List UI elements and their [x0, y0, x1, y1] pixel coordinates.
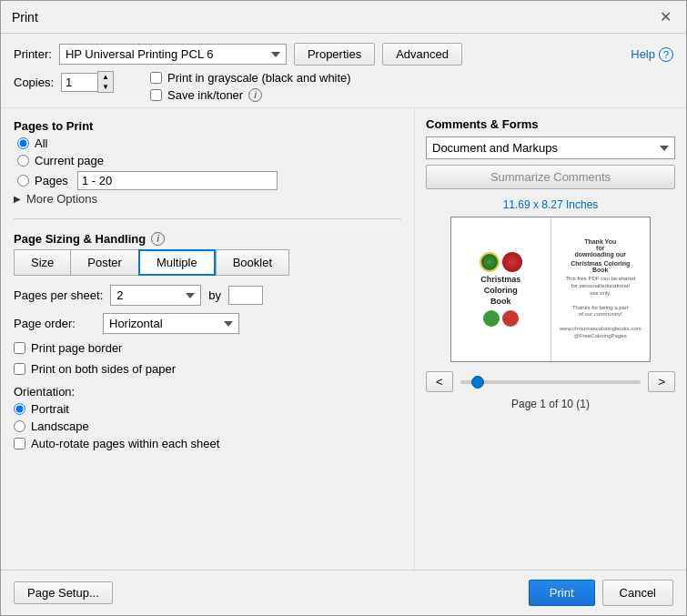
ink-checkbox[interactable]	[150, 89, 162, 101]
pages-to-print-section: Pages to Print All Current page Pages	[14, 119, 401, 206]
checkbox-group: Print in grayscale (black and white) Sav…	[150, 71, 351, 102]
printer-row: Printer: HP Universal Printing PCL 6 Pro…	[14, 43, 623, 66]
orientation-section: Orientation: Portrait Landscape	[14, 385, 401, 450]
cancel-button[interactable]: Cancel	[602, 580, 673, 606]
copies-input[interactable]: 1	[61, 73, 97, 92]
print-dialog: Print ✕ Printer: HP Universal Printing P…	[0, 0, 687, 616]
dialog-body: Printer: HP Universal Printing PCL 6 Pro…	[1, 34, 686, 615]
nav-slider[interactable]	[460, 375, 642, 389]
close-button[interactable]: ✕	[656, 8, 675, 25]
current-page-label: Current page	[35, 154, 104, 167]
multiple-options: Pages per sheet: 2 4 6 9 16 by	[14, 285, 401, 450]
pages-range-input[interactable]: 1 - 20	[77, 171, 278, 190]
page-setup-button[interactable]: Page Setup...	[14, 581, 113, 604]
help-icon: ?	[659, 47, 673, 62]
pages-per-sheet-select[interactable]: 2 4 6 9 16	[110, 285, 201, 306]
page-sizing-header: Page Sizing & Handling i	[14, 232, 401, 246]
print-page-border-label: Print page border	[31, 341, 122, 355]
landscape-radio[interactable]	[14, 420, 25, 432]
poster-tab[interactable]: Poster	[70, 249, 138, 276]
booklet-tab[interactable]: Booklet	[216, 249, 289, 276]
portrait-radio-row: Portrait	[14, 402, 401, 416]
print-both-sides-row: Print on both sides of paper	[14, 362, 401, 376]
spin-down-button[interactable]: ▼	[98, 82, 113, 92]
print-button[interactable]: Print	[529, 580, 595, 606]
page-sizing-section: Page Sizing & Handling i Size Poster Mul…	[14, 232, 401, 450]
page-order-row: Page order: Horizontal Horizontal Revers…	[14, 313, 401, 334]
print-both-sides-checkbox[interactable]	[14, 363, 25, 375]
page-order-label: Page order:	[14, 317, 96, 330]
ink-info-icon: i	[248, 88, 262, 102]
ink-row: Save ink/toner i	[150, 88, 351, 102]
nav-slider-thumb	[471, 376, 484, 389]
help-link[interactable]: Help ?	[631, 47, 673, 62]
nav-slider-track	[460, 380, 642, 384]
printer-label: Printer:	[14, 47, 52, 61]
page-label: Page 1 of 10 (1)	[511, 398, 590, 410]
help-label: Help	[631, 47, 655, 61]
print-page-border-checkbox[interactable]	[14, 342, 25, 354]
pages-per-sheet-row: Pages per sheet: 2 4 6 9 16 by	[14, 285, 401, 306]
main-content: Pages to Print All Current page Pages	[1, 108, 686, 570]
auto-rotate-row: Auto-rotate pages within each sheet	[14, 437, 401, 450]
spin-up-button[interactable]: ▲	[98, 72, 113, 82]
spin-buttons: ▲ ▼	[97, 71, 114, 93]
more-options-row[interactable]: ▶ More Options	[14, 192, 401, 206]
preview-left-page: ChristmasColoringBook	[451, 217, 551, 361]
summarize-comments-button[interactable]: Summarize Comments	[426, 165, 675, 189]
thank-you-title: Thank Youfordownloading our	[575, 238, 626, 258]
more-options-label: More Options	[26, 192, 97, 206]
pages-by-input[interactable]	[228, 286, 263, 305]
right-page-text: This free PDF can be sharedfor personal/…	[560, 276, 642, 339]
auto-rotate-label: Auto-rotate pages within each sheet	[31, 437, 219, 450]
grayscale-label: Print in grayscale (black and white)	[167, 71, 351, 85]
top-section: Printer: HP Universal Printing PCL 6 Pro…	[1, 34, 686, 108]
small-ornament-2	[502, 310, 519, 327]
print-both-sides-label: Print on both sides of paper	[31, 362, 176, 376]
preview-size-label: 11.69 x 8.27 Inches	[503, 198, 599, 211]
nav-section: < > Page 1 of 10 (1)	[426, 362, 675, 410]
portrait-radio[interactable]	[14, 403, 25, 415]
all-radio[interactable]	[17, 137, 29, 149]
divider	[14, 218, 401, 219]
size-tab[interactable]: Size	[14, 249, 70, 276]
comments-forms-section: Comments & Forms Document and Markups Do…	[426, 117, 675, 189]
nav-prev-button[interactable]: <	[426, 371, 453, 392]
ornament-icon	[502, 252, 522, 272]
page-order-select[interactable]: Horizontal Horizontal Reversed Vertical …	[103, 313, 239, 334]
landscape-label: Landscape	[31, 419, 89, 433]
preview-image: ChristmasColoringBook Thank Youfordownlo…	[450, 217, 651, 362]
advanced-button[interactable]: Advanced	[382, 43, 462, 66]
multiple-tab[interactable]: Multiple	[138, 249, 216, 276]
book-title: ChristmasColoringBook	[480, 275, 520, 307]
properties-button[interactable]: Properties	[294, 43, 375, 66]
bottom-right-buttons: Print Cancel	[529, 580, 673, 606]
pages-radio[interactable]	[17, 175, 29, 187]
page-sizing-title: Page Sizing & Handling	[14, 232, 146, 246]
current-page-radio[interactable]	[17, 155, 29, 167]
comments-forms-select[interactable]: Document and Markups Document Document a…	[426, 136, 675, 159]
current-page-radio-row: Current page	[17, 154, 401, 167]
pages-per-sheet-label: Pages per sheet:	[14, 288, 103, 302]
all-radio-row: All	[17, 136, 401, 150]
title-bar: Print ✕	[1, 1, 686, 34]
small-ornament-1	[483, 310, 500, 327]
ink-label: Save ink/toner	[167, 88, 243, 102]
landscape-radio-row: Landscape	[14, 419, 401, 433]
pages-radio-group: All Current page Pages 1 - 20	[14, 136, 401, 190]
left-panel: Pages to Print All Current page Pages	[1, 108, 415, 570]
comments-forms-title: Comments & Forms	[426, 117, 675, 131]
grayscale-row: Print in grayscale (black and white)	[150, 71, 351, 85]
printer-select[interactable]: HP Universal Printing PCL 6	[59, 44, 287, 65]
right-panel: Comments & Forms Document and Markups Do…	[415, 108, 686, 570]
pages-label: Pages	[35, 174, 68, 187]
grayscale-checkbox[interactable]	[150, 72, 162, 84]
portrait-label: Portrait	[31, 402, 69, 416]
auto-rotate-checkbox[interactable]	[14, 438, 25, 449]
print-page-border-row: Print page border	[14, 341, 401, 355]
by-label: by	[208, 288, 221, 302]
copies-label: Copies:	[14, 76, 54, 89]
orientation-title: Orientation:	[14, 385, 401, 399]
more-options-triangle: ▶	[14, 194, 21, 204]
nav-next-button[interactable]: >	[648, 371, 675, 392]
